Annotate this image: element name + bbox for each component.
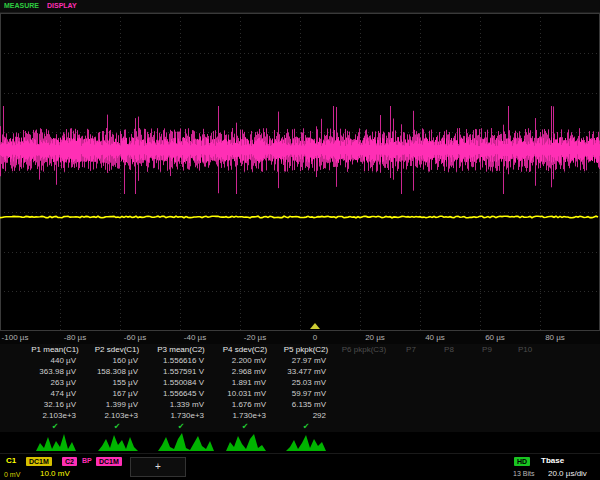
channel-descriptor-bar: C1 DC1M C2 BP DC1M + 0 mV 10.0 mV HD Tba… xyxy=(0,453,600,480)
menu-bar: MEASURE DISPLAY xyxy=(0,0,600,13)
menu-item-display[interactable]: DISPLAY xyxy=(47,2,77,9)
measurement-histicons xyxy=(0,431,600,452)
measure-value: 1.550084 V xyxy=(148,378,214,387)
measure-value: 1.556645 V xyxy=(148,389,214,398)
measure-status-check: ✔ xyxy=(214,422,276,431)
histicon[interactable] xyxy=(36,431,76,451)
c2-bandpass-label: BP xyxy=(82,457,92,464)
c1-offset-value: 0 mV xyxy=(4,471,20,478)
measure-value: 474 µV xyxy=(24,389,86,398)
measure-value: 440 µV xyxy=(24,356,86,365)
measure-status-check: ✔ xyxy=(276,422,336,431)
c1-scale-value: 10.0 mV xyxy=(40,469,70,478)
measure-header[interactable]: P6 pkpk(C3) xyxy=(336,345,392,354)
axis-label: -100 µs xyxy=(2,333,29,342)
timebase-label[interactable]: Tbase xyxy=(541,456,564,465)
measure-header[interactable]: P5 pkpk(C2) xyxy=(276,345,336,354)
measure-value: 1.339 mV xyxy=(148,400,214,409)
measure-status-check: ✔ xyxy=(24,422,86,431)
menu-item-measure[interactable]: MEASURE xyxy=(4,2,39,9)
c2-channel-chip[interactable]: C2 xyxy=(62,457,77,466)
add-trace-button[interactable]: + xyxy=(130,457,186,477)
measure-status-check: ✔ xyxy=(148,422,214,431)
hd-mode-badge: HD xyxy=(514,457,530,466)
time-axis: -100 µs-80 µs-60 µs-40 µs-20 µs020 µs40 … xyxy=(0,331,600,344)
measure-value: 1.676 mV xyxy=(214,400,276,409)
histicon[interactable] xyxy=(98,431,138,451)
measure-header[interactable]: P1 mean(C1) xyxy=(24,345,86,354)
measure-value: 1.730e+3 xyxy=(148,411,214,420)
measure-value: 25.03 mV xyxy=(276,378,336,387)
histicon[interactable] xyxy=(158,431,214,451)
oscilloscope-screen: MEASURE DISPLAY -100 µs-80 µs-60 µs-40 µ… xyxy=(0,0,600,480)
axis-label: 60 µs xyxy=(485,333,505,342)
axis-label: -60 µs xyxy=(124,333,146,342)
axis-label: 80 µs xyxy=(545,333,565,342)
measure-value: 59.97 mV xyxy=(276,389,336,398)
measure-value: 363.98 µV xyxy=(24,367,86,376)
measure-value: 263 µV xyxy=(24,378,86,387)
measure-value: 10.031 mV xyxy=(214,389,276,398)
c1-channel-label[interactable]: C1 xyxy=(6,456,16,465)
measure-value: 32.16 µV xyxy=(24,400,86,409)
measure-value: 2.103e+3 xyxy=(86,411,148,420)
measurement-table: P1 mean(C1)P2 sdev(C1)P3 mean(C2)P4 sdev… xyxy=(0,344,600,432)
axis-label: -20 µs xyxy=(244,333,266,342)
measure-header[interactable]: P10 xyxy=(506,345,544,354)
measure-header[interactable]: P3 mean(C2) xyxy=(148,345,214,354)
measure-value: 1.557591 V xyxy=(148,367,214,376)
measure-value: 27.97 mV xyxy=(276,356,336,365)
plus-icon: + xyxy=(155,461,161,472)
measure-value: 2.200 mV xyxy=(214,356,276,365)
timebase-scale-value: 20.0 µs/div xyxy=(548,469,600,478)
measure-value: 1.556616 V xyxy=(148,356,214,365)
measure-header[interactable]: P8 xyxy=(430,345,468,354)
measure-value: 158.308 µV xyxy=(86,367,148,376)
measure-header[interactable]: P9 xyxy=(468,345,506,354)
measure-value: 2.103e+3 xyxy=(24,411,86,420)
measure-header[interactable]: P2 sdev(C1) xyxy=(86,345,148,354)
measure-value: 1.399 µV xyxy=(86,400,148,409)
measure-status-check: ✔ xyxy=(86,422,148,431)
axis-label: -80 µs xyxy=(64,333,86,342)
adc-bits-label: 13 Bits xyxy=(513,470,534,477)
measure-value: 155 µV xyxy=(86,378,148,387)
measure-value: 33.477 mV xyxy=(276,367,336,376)
axis-label: 20 µs xyxy=(365,333,385,342)
axis-label: 0 xyxy=(313,333,317,342)
measure-value: 167 µV xyxy=(86,389,148,398)
measure-header[interactable]: P4 sdev(C2) xyxy=(214,345,276,354)
axis-label: -40 µs xyxy=(184,333,206,342)
c2-coupling-badge[interactable]: DC1M xyxy=(96,457,122,466)
measure-value: 160 µV xyxy=(86,356,148,365)
axis-label: 40 µs xyxy=(425,333,445,342)
waveform-display[interactable] xyxy=(0,13,600,331)
histicon[interactable] xyxy=(226,431,266,451)
measure-value: 1.891 mV xyxy=(214,378,276,387)
measure-value: 2.968 mV xyxy=(214,367,276,376)
c1-coupling-badge[interactable]: DC1M xyxy=(26,457,52,466)
measure-value: 6.135 mV xyxy=(276,400,336,409)
measure-value: 292 xyxy=(276,411,336,420)
measure-value: 1.730e+3 xyxy=(214,411,276,420)
measure-header[interactable]: P7 xyxy=(392,345,430,354)
histicon[interactable] xyxy=(286,431,326,451)
